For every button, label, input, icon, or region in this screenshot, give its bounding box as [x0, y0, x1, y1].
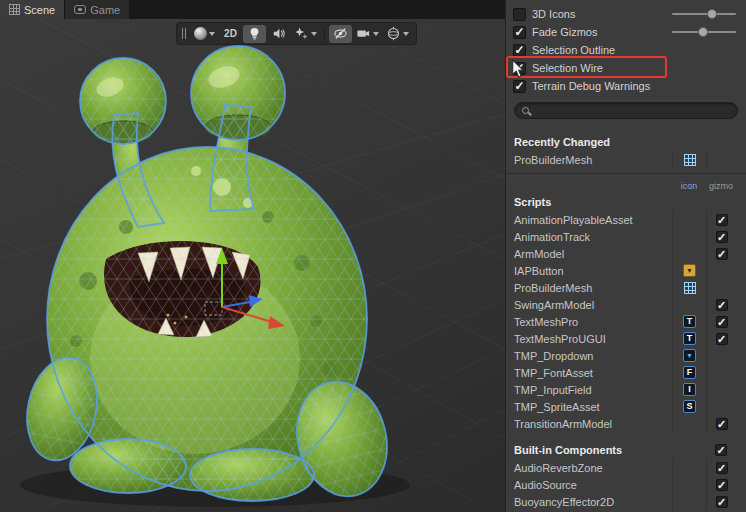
tmp-dropdown-icon[interactable]: ▼: [683, 349, 696, 362]
gizmo-checkbox[interactable]: [716, 248, 728, 260]
scene-view-toolbar: 2D: [176, 22, 417, 45]
tmp-font-icon[interactable]: F: [683, 366, 696, 379]
toggle-label: Selection Wire: [532, 62, 603, 74]
iap-button-icon[interactable]: ▼: [683, 264, 696, 277]
gizmo-cell: [706, 262, 736, 279]
checkbox-terrain-debug-warnings[interactable]: [513, 80, 526, 93]
row-buoyancyeffector2d[interactable]: BuoyancyEffector2D: [506, 493, 746, 510]
tmp-input-icon[interactable]: I: [683, 383, 696, 396]
icon-cell: [672, 459, 706, 476]
gizmos-overlay-menu-button[interactable]: [383, 25, 412, 43]
builtin-gizmo-checkbox[interactable]: [715, 444, 727, 456]
checkbox-selection-wire[interactable]: [513, 62, 526, 75]
gizmo-cell: [706, 151, 736, 168]
scene-render: [0, 19, 505, 512]
row-probuildermesh[interactable]: ProBuilderMesh: [506, 279, 746, 296]
gizmo-checkbox[interactable]: [716, 462, 728, 474]
gizmo-checkbox[interactable]: [716, 316, 728, 328]
eye-slash-icon: [333, 26, 348, 41]
scripts-header: Scripts: [506, 192, 746, 211]
row-tmp-dropdown[interactable]: TMP_Dropdown ▼: [506, 347, 746, 364]
gizmo-cell: [706, 279, 736, 296]
row-textmeshprougui[interactable]: TextMeshProUGUI T: [506, 330, 746, 347]
builtin-components-header: Built-in Components: [506, 440, 746, 459]
gizmo-checkbox[interactable]: [716, 299, 728, 311]
icon-cell: [672, 493, 706, 510]
gizmos-search-input[interactable]: [535, 103, 737, 118]
gizmo-cell: [706, 364, 736, 381]
toggle-row-selection-outline[interactable]: Selection Outline: [506, 41, 746, 59]
search-icon: [522, 107, 529, 114]
textmeshpro-icon[interactable]: T: [683, 315, 696, 328]
gizmo-checkbox[interactable]: [716, 496, 728, 508]
row-recent-probuildermesh[interactable]: ProBuilderMesh: [506, 151, 746, 168]
probuilder-grid-icon[interactable]: [684, 154, 696, 166]
row-label: TMP_SpriteAsset: [514, 401, 672, 413]
row-textmeshpro[interactable]: TextMeshPro T: [506, 313, 746, 330]
toggle-label: Selection Outline: [532, 44, 615, 56]
scene-visibility-toggle-button[interactable]: [329, 25, 352, 43]
unity-editor-window: Scene Game: [0, 0, 746, 512]
gizmo-checkbox[interactable]: [716, 214, 728, 226]
checkbox-3d-icons[interactable]: [513, 8, 526, 21]
checkbox-fade-gizmos[interactable]: [513, 26, 526, 39]
toggle-row-terrain-debug-warnings[interactable]: Terrain Debug Warnings: [506, 77, 746, 95]
lighting-toggle-button[interactable]: [243, 25, 266, 43]
row-animationplayableasset[interactable]: AnimationPlayableAsset: [506, 211, 746, 228]
tmp-sprite-icon[interactable]: S: [683, 400, 696, 413]
scene-viewport[interactable]: 2D: [0, 19, 505, 512]
row-label: BuoyancyEffector2D: [514, 496, 672, 508]
tab-game[interactable]: Game: [65, 0, 130, 19]
slider-thumb[interactable]: [698, 27, 708, 37]
chevron-down-icon: [311, 32, 317, 36]
row-animationtrack[interactable]: AnimationTrack: [506, 228, 746, 245]
gizmo-checkbox[interactable]: [716, 333, 728, 345]
gizmo-checkbox[interactable]: [716, 479, 728, 491]
textmeshpro-icon[interactable]: T: [683, 332, 696, 345]
game-icon: [74, 5, 86, 14]
tab-scene[interactable]: Scene: [0, 0, 65, 19]
row-label: TextMeshPro: [514, 316, 672, 328]
row-tmp-fontasset[interactable]: TMP_FontAsset F: [506, 364, 746, 381]
gizmo-checkbox[interactable]: [716, 231, 728, 243]
toggle-row-selection-wire[interactable]: Selection Wire: [506, 59, 746, 77]
row-swingarmmodel[interactable]: SwingArmModel: [506, 296, 746, 313]
icon-cell: [672, 415, 706, 432]
camera-menu-button[interactable]: [353, 25, 382, 43]
overlay-drag-handle[interactable]: [182, 28, 186, 39]
fade-gizmos-slider[interactable]: [672, 27, 736, 37]
gizmo-cell: [706, 381, 736, 398]
2d-toggle-button[interactable]: 2D: [219, 25, 242, 43]
draw-mode-button[interactable]: [191, 25, 218, 43]
effects-menu-button[interactable]: [291, 25, 320, 43]
toggle-row-3d-icons[interactable]: 3D Icons: [506, 5, 746, 23]
tab-scene-label: Scene: [24, 4, 55, 16]
gizmo-checkbox[interactable]: [716, 418, 728, 430]
toggle-label: 3D Icons: [532, 8, 575, 20]
row-label: AnimationTrack: [514, 231, 672, 243]
3d-icons-size-slider[interactable]: [672, 9, 736, 19]
row-iapbutton[interactable]: IAPButton ▼: [506, 262, 746, 279]
row-tmp-spriteasset[interactable]: TMP_SpriteAsset S: [506, 398, 746, 415]
row-label: TMP_FontAsset: [514, 367, 672, 379]
row-tmp-inputfield[interactable]: TMP_InputField I: [506, 381, 746, 398]
scene-grid-icon: [9, 4, 20, 15]
gizmo-column-header: gizmo: [706, 181, 736, 191]
search-bar: [514, 102, 738, 119]
row-transitionarmmodel[interactable]: TransitionArmModel: [506, 415, 746, 432]
row-audiosource[interactable]: AudioSource: [506, 476, 746, 493]
row-label: TMP_Dropdown: [514, 350, 672, 362]
audio-toggle-button[interactable]: [267, 25, 290, 43]
gizmo-cell: [706, 347, 736, 364]
row-armmodel[interactable]: ArmModel: [506, 245, 746, 262]
probuilder-grid-icon[interactable]: [684, 282, 696, 294]
row-audioreverbzone[interactable]: AudioReverbZone: [506, 459, 746, 476]
lightbulb-icon: [247, 26, 262, 41]
row-label: TMP_InputField: [514, 384, 672, 396]
section-title: Recently Changed: [514, 136, 736, 148]
monster-model[interactable]: [18, 46, 399, 506]
toggle-row-fade-gizmos[interactable]: Fade Gizmos: [506, 23, 746, 41]
checkbox-selection-outline[interactable]: [513, 44, 526, 57]
row-label: TextMeshProUGUI: [514, 333, 672, 345]
slider-thumb[interactable]: [707, 9, 717, 19]
